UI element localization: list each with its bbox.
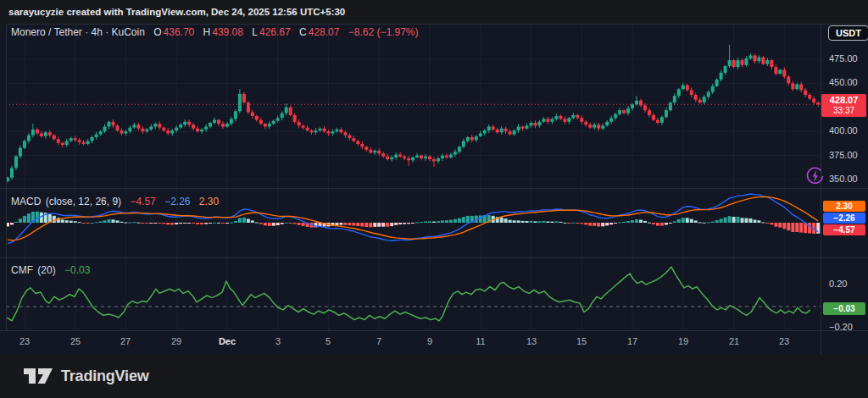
price-axis-label: 400.00	[829, 125, 858, 135]
macd-params: (close, 12, 26, 9)	[46, 196, 121, 207]
macd-signal-value: 2.30	[199, 196, 219, 207]
macd-line-badge: −2.26	[823, 213, 865, 224]
time-axis-label: 27	[113, 336, 138, 346]
cmf-value-badge: −0.03	[823, 302, 865, 315]
cmf-value: −0.03	[64, 264, 90, 276]
time-axis-label: 23	[12, 336, 37, 346]
attribution-bar: sarayucyzie created with TradingView.com…	[0, 0, 868, 24]
time-axis[interactable]: 23252729Dec357911131517192123	[0, 330, 868, 354]
cmf-params: (20)	[37, 264, 55, 276]
pane-separator-macd[interactable]	[0, 188, 868, 189]
chart-canvas[interactable]	[0, 24, 868, 354]
time-axis-label: 21	[721, 336, 747, 346]
tradingview-logo-text: TradingView	[61, 368, 149, 385]
time-axis-label: 3	[265, 336, 291, 346]
close-value: 428.07	[309, 26, 340, 38]
time-axis-label: 23	[771, 336, 797, 346]
cmf-title: CMF	[11, 264, 33, 276]
macd-title: MACD	[11, 196, 41, 207]
pane-separator-cmf[interactable]	[0, 257, 868, 258]
time-axis-label: 11	[468, 336, 493, 346]
open-label: O	[153, 26, 161, 38]
tradingview-logo-icon	[24, 365, 54, 387]
price-axis-label: 475.00	[829, 53, 858, 64]
time-axis-label: 7	[366, 336, 392, 346]
chart-left-border	[6, 24, 7, 330]
low-value: 426.67	[259, 26, 291, 38]
price-scale-border[interactable]	[821, 24, 821, 354]
currency-toggle-badge[interactable]: USDT	[828, 25, 868, 41]
time-axis-label: 19	[670, 336, 696, 346]
footer-bar: TradingView	[0, 354, 868, 398]
macd-line-value: −2.26	[164, 196, 190, 207]
bar-countdown: 33:37	[821, 106, 866, 116]
time-axis-label: 13	[519, 336, 544, 346]
flash-icon[interactable]	[805, 166, 826, 186]
time-axis-label: 5	[315, 336, 341, 346]
price-legend: Monero / Tether · 4h · KuCoin O436.70 H4…	[11, 26, 420, 38]
cmf-legend: CMF (20) −0.03	[11, 264, 92, 276]
chart-top-border	[6, 24, 868, 25]
macd-legend: MACD (close, 12, 26, 9) −4.57 −2.26 2.30	[11, 196, 220, 207]
tradingview-logo[interactable]: TradingView	[24, 365, 149, 387]
tradingview-snapshot: sarayucyzie created with TradingView.com…	[0, 0, 868, 398]
price-axis-label: 375.00	[829, 150, 858, 160]
time-axis-label: 9	[417, 336, 442, 346]
time-axis-label: 25	[63, 336, 88, 346]
macd-signal-badge: 2.30	[823, 201, 865, 212]
low-label: L	[252, 26, 258, 38]
time-axis-label: 17	[620, 336, 645, 346]
close-label: C	[299, 26, 307, 38]
macd-hist-value: −4.57	[130, 196, 155, 207]
high-label: H	[203, 26, 211, 38]
attribution-text: sarayucyzie created with TradingView.com…	[8, 7, 345, 17]
symbol-title: Monero / Tether · 4h · KuCoin	[11, 26, 145, 38]
time-axis-label: 15	[569, 336, 594, 346]
open-value: 436.70	[164, 26, 195, 38]
time-axis-label: Dec	[214, 336, 240, 346]
price-axis-label: 450.00	[829, 77, 858, 87]
time-axis-label: 29	[164, 336, 189, 346]
macd-hist-badge: −4.57	[823, 224, 865, 235]
last-price-badge: 428.07 33:37	[821, 94, 866, 117]
high-value: 439.08	[212, 26, 243, 38]
price-axis-label: 350.00	[829, 174, 858, 184]
last-price-value: 428.07	[821, 94, 866, 106]
change-value: −8.62 (−1.97%)	[348, 26, 419, 38]
cmf-axis-upper: 0.20	[829, 279, 847, 289]
